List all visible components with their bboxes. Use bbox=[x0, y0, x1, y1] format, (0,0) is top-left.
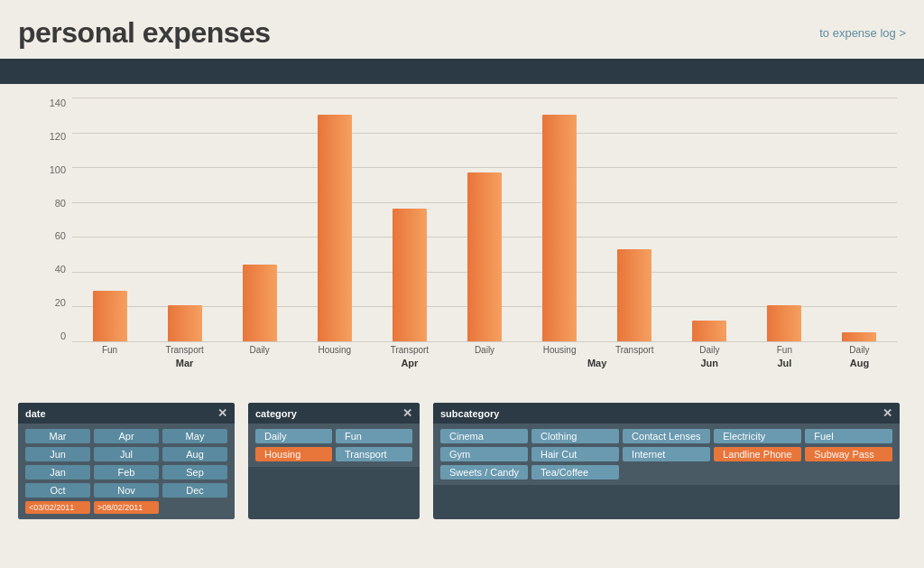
y-label-0: 0 bbox=[41, 331, 66, 341]
xlabel-apr-housing: Housing bbox=[297, 341, 372, 355]
y-label-120: 120 bbox=[41, 131, 66, 142]
xlabel-jul-fun: Fun bbox=[747, 341, 822, 355]
xlabel-mar-transport: Transport bbox=[147, 341, 222, 355]
xlabel-jun-daily: Daily bbox=[672, 341, 747, 355]
date-tag-dec[interactable]: Dec bbox=[162, 483, 227, 498]
bar-jun-daily bbox=[692, 321, 726, 341]
date-filter-header: date ✕ bbox=[18, 403, 235, 424]
bar-group-jun-daily bbox=[672, 98, 747, 341]
bar-may-transport bbox=[617, 249, 651, 341]
bar-mar-daily bbox=[243, 265, 277, 341]
category-filter-box: category ✕ Daily Fun Housing Transport bbox=[248, 403, 420, 519]
bar-group-mar-daily bbox=[222, 98, 297, 341]
subcat-tag-internet[interactable]: Internet bbox=[623, 447, 710, 461]
subcategory-filter-body: Cinema Clothing Contact Lenses Electrici… bbox=[433, 424, 900, 485]
subcategory-filter-label: subcategory bbox=[440, 408, 499, 419]
bar-mar-fun bbox=[93, 291, 127, 341]
category-filter-header: category ✕ bbox=[248, 403, 420, 424]
bars-container bbox=[72, 98, 897, 341]
xlabel-may-housing: Housing bbox=[522, 341, 597, 355]
month-label-may: May bbox=[522, 358, 672, 368]
month-label-aug: Aug bbox=[822, 358, 897, 368]
date-tag-from[interactable]: <03/02/2011 bbox=[25, 501, 90, 514]
subcategory-filter-header: subcategory ✕ bbox=[433, 403, 900, 424]
bar-aug-daily bbox=[842, 332, 876, 341]
bar-jul-fun bbox=[767, 305, 801, 342]
xlabel-aug-daily: Daily bbox=[822, 341, 897, 355]
cat-tag-fun[interactable]: Fun bbox=[336, 429, 412, 443]
date-tag-jun[interactable]: Jun bbox=[25, 447, 90, 461]
date-tag-mar[interactable]: Mar bbox=[25, 429, 90, 443]
y-label-80: 80 bbox=[41, 198, 66, 209]
subcat-tag-contact-lenses[interactable]: Contact Lenses bbox=[623, 429, 710, 443]
date-tag-feb[interactable]: Feb bbox=[94, 465, 159, 480]
month-label-apr: Apr bbox=[297, 358, 522, 368]
dark-divider bbox=[0, 59, 924, 84]
cat-tag-daily[interactable]: Daily bbox=[255, 429, 332, 443]
date-filter-icon[interactable]: ✕ bbox=[217, 406, 227, 420]
subcategory-filter-box: subcategory ✕ Cinema Clothing Contact Le… bbox=[433, 403, 900, 519]
y-label-60: 60 bbox=[41, 230, 66, 241]
category-filter-label: category bbox=[255, 408, 297, 419]
date-filter-label: date bbox=[25, 408, 46, 419]
bar-group-aug-daily bbox=[822, 98, 897, 341]
bar-may-housing bbox=[542, 115, 577, 341]
date-tag-to[interactable]: >08/02/2011 bbox=[94, 501, 159, 514]
xlabel-apr-transport: Transport bbox=[372, 341, 447, 355]
category-filter-body: Daily Fun Housing Transport bbox=[248, 424, 420, 467]
xlabel-may-transport: Transport bbox=[597, 341, 672, 355]
date-tag-may[interactable]: May bbox=[162, 429, 227, 443]
y-label-20: 20 bbox=[41, 297, 66, 308]
subcat-tag-landline-phone[interactable]: Landline Phone bbox=[714, 447, 801, 461]
filters-section: date ✕ Mar Apr May Jun Jul Aug Jan Feb S… bbox=[0, 396, 924, 533]
subcat-tag-fuel[interactable]: Fuel bbox=[805, 429, 892, 443]
bar-group-may-housing bbox=[522, 98, 597, 341]
subcat-tag-cinema[interactable]: Cinema bbox=[440, 429, 528, 443]
subcat-tag-sweets-candy[interactable]: Sweets / Candy bbox=[440, 465, 528, 480]
xlabel-mar-daily: Daily bbox=[222, 341, 297, 355]
bar-group-mar-fun bbox=[72, 98, 147, 341]
month-label-jul: Jul bbox=[747, 358, 822, 368]
date-tag-jul[interactable]: Jul bbox=[94, 447, 159, 461]
y-label-140: 140 bbox=[41, 98, 66, 108]
date-tag-jan[interactable]: Jan bbox=[25, 465, 90, 480]
y-label-40: 40 bbox=[41, 264, 66, 275]
bar-group-apr-transport bbox=[372, 98, 447, 341]
subcategory-filter-icon[interactable]: ✕ bbox=[882, 406, 892, 420]
month-label-mar: Mar bbox=[72, 358, 297, 368]
bar-group-apr-housing bbox=[297, 98, 372, 341]
xlabel-apr-daily: Daily bbox=[447, 341, 522, 355]
subcat-tag-electricity[interactable]: Electricity bbox=[714, 429, 801, 443]
date-tag-sep[interactable]: Sep bbox=[162, 465, 227, 480]
cat-tag-transport[interactable]: Transport bbox=[336, 447, 412, 461]
bar-apr-housing bbox=[318, 115, 352, 341]
subcat-tag-hair-cut[interactable]: Hair Cut bbox=[531, 447, 619, 461]
y-label-100: 100 bbox=[41, 164, 66, 175]
bar-group-apr-daily bbox=[447, 98, 522, 341]
date-tag-oct[interactable]: Oct bbox=[25, 483, 90, 498]
subcat-tag-gym[interactable]: Gym bbox=[440, 447, 528, 461]
date-tag-apr[interactable]: Apr bbox=[94, 429, 159, 443]
month-label-jun: Jun bbox=[672, 358, 747, 368]
bar-group-may-transport bbox=[597, 98, 672, 341]
page-header: personal expenses to expense log > bbox=[0, 0, 924, 59]
x-axis-labels: Fun Transport Daily Housing Transport Da… bbox=[72, 341, 897, 355]
date-filter-box: date ✕ Mar Apr May Jun Jul Aug Jan Feb S… bbox=[18, 403, 235, 519]
y-axis: 140 120 100 80 60 40 20 0 bbox=[41, 98, 66, 341]
cat-tag-housing[interactable]: Housing bbox=[255, 447, 332, 461]
subcat-tag-clothing[interactable]: Clothing bbox=[531, 429, 619, 443]
date-tag-nov[interactable]: Nov bbox=[94, 483, 159, 498]
subcat-tag-tea-coffee[interactable]: Tea/Coffee bbox=[531, 465, 619, 480]
expense-log-link[interactable]: to expense log > bbox=[819, 26, 906, 40]
bar-group-mar-transport bbox=[147, 98, 222, 341]
page-title: personal expenses bbox=[18, 16, 271, 50]
bar-apr-daily bbox=[467, 172, 502, 341]
category-filter-icon[interactable]: ✕ bbox=[402, 406, 412, 420]
bar-group-jul-fun bbox=[747, 98, 822, 341]
xlabel-mar-fun: Fun bbox=[72, 341, 147, 355]
chart-container: 140 120 100 80 60 40 20 0 bbox=[0, 84, 924, 396]
subcat-tag-subway-pass[interactable]: Subway Pass bbox=[805, 447, 892, 461]
date-tag-aug[interactable]: Aug bbox=[162, 447, 227, 461]
month-labels: Mar Apr May Jun Jul Aug bbox=[72, 358, 897, 368]
bar-apr-transport bbox=[393, 209, 427, 341]
